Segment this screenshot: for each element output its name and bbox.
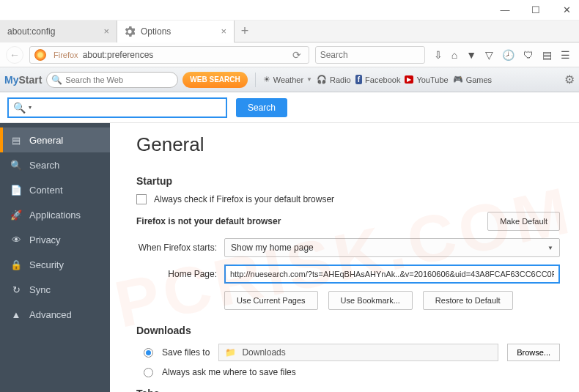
url-input[interactable]	[83, 50, 285, 60]
sidebar-item-label: Advanced	[29, 309, 72, 320]
home-icon[interactable]: ⌂	[451, 49, 457, 61]
checkbox-label: Always check if Firefox is your default …	[154, 194, 334, 204]
sidebar-item-label: Content	[29, 185, 63, 196]
firefox-icon	[34, 49, 46, 61]
shield-icon[interactable]: 🛡	[523, 49, 534, 61]
close-window-button[interactable]: ✕	[560, 4, 573, 17]
tab-label: about:config	[7, 26, 55, 37]
window-titlebar: — ☐ ✕	[0, 0, 579, 21]
search-icon: 🔍	[13, 102, 26, 114]
sidebar-item-privacy[interactable]: 👁 Privacy	[0, 227, 110, 252]
close-icon[interactable]: ×	[103, 26, 109, 37]
applications-icon: 🚀	[10, 210, 22, 221]
back-button[interactable]: ←	[6, 46, 23, 64]
link-label: Facebook	[365, 75, 400, 84]
always-check-checkbox[interactable]	[136, 194, 147, 204]
folder-icon: 📁	[225, 347, 236, 358]
logo-part: My	[4, 74, 18, 86]
when-starts-row: When Firefox starts: Show my home page ▼	[136, 238, 560, 257]
close-icon[interactable]: ×	[221, 26, 226, 37]
nav-toolbar: ← Firefox ⟳ ⇩ ⌂ ▼ ▽ 🕗 🛡 ▤ ☰	[0, 42, 579, 67]
downloads-heading: Downloads	[136, 325, 560, 336]
weather-link[interactable]: ☀ Weather ▼	[263, 75, 312, 84]
web-search-button[interactable]: WEB SEARCH	[182, 72, 247, 88]
sidebar-item-general[interactable]: ▤ General	[0, 127, 110, 152]
use-bookmark-button[interactable]: Use Bookmark...	[328, 291, 413, 310]
bookmarks-icon[interactable]: ▼	[466, 49, 476, 61]
home-page-buttons: Use Current Pages Use Bookmark... Restor…	[224, 291, 560, 310]
always-ask-radio[interactable]	[144, 368, 153, 377]
sidebar-item-label: Sync	[29, 284, 51, 295]
home-page-field[interactable]	[224, 265, 560, 284]
sidebar-item-security[interactable]: 🔒 Security	[0, 252, 110, 277]
mystart-menu-icon[interactable]: ⚙	[564, 73, 575, 86]
youtube-icon: ▶	[405, 75, 413, 84]
downloads-icon[interactable]: ⇩	[434, 49, 443, 61]
url-bar[interactable]: Firefox ⟳	[29, 46, 309, 64]
sidebar-item-label: General	[29, 135, 63, 146]
new-tab-button[interactable]: +	[235, 21, 255, 42]
select-value: Show my home page	[231, 243, 314, 253]
youtube-link[interactable]: ▶ YouTube	[405, 75, 448, 84]
chevron-down-icon: ▼	[547, 245, 553, 251]
in-page-search[interactable]: 🔍 ▾	[7, 97, 227, 118]
field-label: When Firefox starts:	[136, 243, 217, 253]
sidebar-item-advanced[interactable]: ▲ Advanced	[0, 302, 110, 327]
sidebar-item-applications[interactable]: 🚀 Applications	[0, 202, 110, 227]
home-page-row: Home Page:	[136, 265, 560, 284]
browser-search-box[interactable]	[315, 46, 425, 64]
gear-icon	[125, 26, 135, 37]
startup-heading: Startup	[136, 175, 560, 187]
in-page-search-input[interactable]	[32, 103, 221, 113]
folder-name: Downloads	[242, 347, 285, 358]
use-current-pages-button[interactable]: Use Current Pages	[224, 291, 318, 310]
preferences-sidebar: ▤ General 🔍 Search 📄 Content 🚀 Applicati…	[0, 123, 110, 392]
link-label: Games	[466, 75, 492, 84]
mystart-logo: MyStart	[4, 74, 42, 86]
downloads-folder-box: 📁 Downloads	[218, 344, 498, 361]
save-files-radio[interactable]	[144, 348, 153, 358]
in-page-search-button[interactable]: Search	[236, 98, 287, 117]
preferences-main: PCRISK.COM General Startup Always check …	[110, 123, 579, 392]
facebook-link[interactable]: f Facebook	[355, 75, 401, 84]
radio-label: Save files to	[162, 347, 210, 358]
minimize-button[interactable]: —	[498, 4, 512, 17]
sidebar-item-label: Search	[29, 160, 59, 171]
reload-icon[interactable]: ⟳	[290, 49, 304, 61]
sync-icon: ↻	[10, 284, 22, 295]
sidebar-item-sync[interactable]: ↻ Sync	[0, 277, 110, 302]
page-title: General	[136, 133, 560, 156]
home-page-input[interactable]	[230, 270, 554, 278]
sidebar-item-search[interactable]: 🔍 Search	[0, 152, 110, 177]
field-label: Home Page:	[136, 269, 217, 279]
always-ask-row: Always ask me where to save files	[144, 367, 560, 377]
browser-search-input[interactable]	[320, 50, 430, 60]
tab-aboutconfig[interactable]: about:config ×	[0, 21, 117, 42]
link-label: YouTube	[416, 75, 448, 84]
sidebar-item-content[interactable]: 📄 Content	[0, 177, 110, 202]
advanced-icon: ▲	[10, 309, 22, 320]
link-label: Weather	[273, 75, 303, 84]
tab-options[interactable]: Options ×	[117, 21, 235, 42]
menu-icon[interactable]: ☰	[561, 49, 570, 61]
sidebar-item-label: Applications	[29, 210, 81, 221]
when-starts-select[interactable]: Show my home page ▼	[224, 238, 560, 257]
make-default-button[interactable]: Make Default	[487, 212, 560, 231]
headphones-icon: 🎧	[317, 75, 327, 84]
history-icon[interactable]: 🕗	[502, 49, 515, 61]
sidebar-icon[interactable]: ▤	[542, 49, 552, 61]
mystart-search[interactable]: 🔍	[46, 72, 178, 88]
identity-label: Firefox	[54, 51, 78, 59]
pocket-icon[interactable]: ▽	[485, 49, 493, 61]
chevron-down-icon: ▼	[306, 76, 312, 83]
sidebar-item-label: Privacy	[29, 234, 61, 245]
lock-icon: 🔒	[10, 259, 22, 270]
restore-default-button[interactable]: Restore to Default	[423, 291, 513, 310]
mystart-search-input[interactable]	[65, 75, 170, 84]
not-default-label: Firefox is not your default browser	[136, 216, 281, 226]
sun-icon: ☀	[263, 75, 270, 84]
browse-button[interactable]: Browse...	[507, 344, 560, 361]
radio-link[interactable]: 🎧 Radio	[317, 75, 351, 84]
maximize-button[interactable]: ☐	[529, 4, 542, 17]
games-link[interactable]: 🎮 Games	[453, 75, 492, 84]
